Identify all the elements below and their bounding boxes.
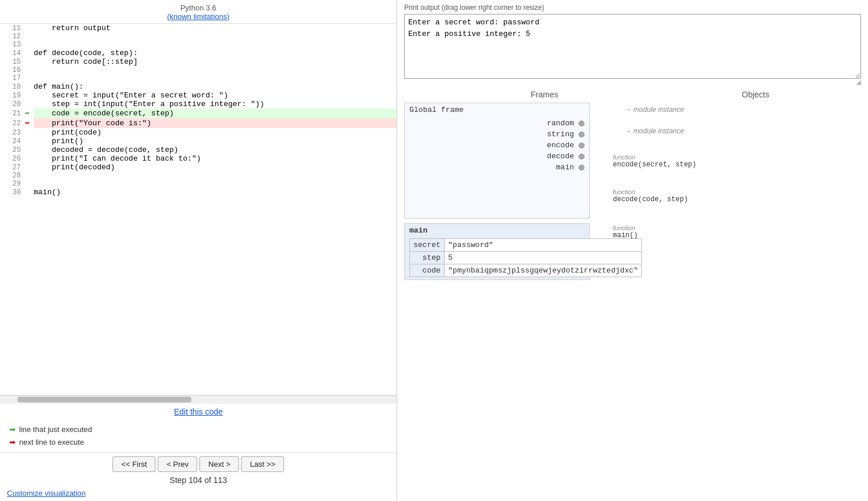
line-arrow bbox=[21, 172, 34, 180]
line-number: 21 bbox=[0, 108, 21, 118]
obj-module-instance-1: → module instance bbox=[624, 106, 684, 114]
line-arrow bbox=[21, 49, 34, 57]
frames-objects-header: Frames Objects bbox=[404, 90, 861, 99]
line-number: 16 bbox=[0, 66, 21, 74]
line-arrow bbox=[21, 128, 34, 137]
legend-green: ➡ line that just executed bbox=[9, 423, 387, 436]
line-arrow bbox=[21, 154, 34, 163]
nav-buttons: << First < Prev Next > Last >> bbox=[112, 456, 284, 472]
line-number: 27 bbox=[0, 163, 21, 172]
line-number: 12 bbox=[0, 32, 21, 41]
frame-var-dot bbox=[579, 121, 584, 126]
code-table: 11 return output121314def decode(code, s… bbox=[0, 24, 397, 197]
objects-header-label: Objects bbox=[742, 90, 769, 99]
frames-header-label: Frames bbox=[531, 90, 558, 99]
line-arrow bbox=[21, 100, 34, 108]
code-line-text: return output bbox=[34, 24, 397, 32]
first-button[interactable]: << First bbox=[112, 456, 155, 472]
code-line-text bbox=[34, 41, 397, 49]
line-arrow bbox=[21, 180, 34, 188]
frame-var-name: random bbox=[542, 119, 576, 128]
frame-var-dot bbox=[579, 154, 584, 159]
global-frame-var-row: main bbox=[409, 163, 584, 172]
line-number: 23 bbox=[0, 128, 21, 137]
frame-var-name: decode bbox=[542, 152, 576, 161]
line-number: 25 bbox=[0, 146, 21, 154]
line-number: 19 bbox=[0, 91, 21, 100]
global-frame-title: Global frame bbox=[409, 106, 584, 114]
line-number: 14 bbox=[0, 49, 21, 57]
legend-red-label: next line to execute bbox=[19, 436, 84, 449]
right-panel: Print output (drag lower right corner to… bbox=[397, 0, 868, 501]
edit-link-area: Edit this code bbox=[0, 403, 397, 420]
code-line-text: def main(): bbox=[34, 82, 397, 91]
horizontal-scrollbar[interactable] bbox=[0, 395, 397, 403]
obj-function-encode: function encode(secret, step) bbox=[613, 154, 696, 169]
code-area: 11 return output121314def decode(code, s… bbox=[0, 24, 397, 395]
global-frame-var-row: encode bbox=[409, 141, 584, 150]
line-arrow bbox=[21, 163, 34, 172]
code-line-text bbox=[34, 74, 397, 82]
output-box[interactable] bbox=[404, 14, 861, 79]
obj-function-decode: function decode(code, step) bbox=[613, 188, 688, 204]
hscroll-thumb[interactable] bbox=[17, 397, 191, 402]
edit-this-code-link[interactable]: Edit this code bbox=[174, 407, 223, 416]
red-arrow-icon: ➡ bbox=[25, 119, 30, 128]
code-line-text: print("I can decode it back to:") bbox=[34, 154, 397, 163]
code-line-text bbox=[34, 32, 397, 41]
frame-var-dot bbox=[579, 143, 584, 148]
line-number: 22 bbox=[0, 118, 21, 128]
frame-var-name: main bbox=[542, 163, 576, 172]
prev-button[interactable]: < Prev bbox=[158, 456, 197, 472]
code-line-text: step = int(input("Enter a positive integ… bbox=[34, 100, 397, 108]
code-line-text: decoded = decode(code, step) bbox=[34, 146, 397, 154]
legend-red: ➡ next line to execute bbox=[9, 436, 387, 449]
frame-var-name: encode bbox=[542, 141, 576, 150]
global-frame-var-row: decode bbox=[409, 152, 584, 161]
global-frame-var-row: random bbox=[409, 119, 584, 128]
line-arrow bbox=[21, 137, 34, 146]
local-var-name: secret bbox=[410, 239, 445, 252]
frame-var-dot bbox=[579, 132, 584, 137]
code-line-text: print(code) bbox=[34, 128, 397, 137]
line-arrow bbox=[21, 91, 34, 100]
local-frame-box: main secret "password" step 5 code "pmyn… bbox=[404, 223, 590, 280]
code-line-text: code = encode(secret, step) bbox=[34, 108, 397, 118]
line-number: 13 bbox=[0, 41, 21, 49]
code-line-text bbox=[34, 180, 397, 188]
code-line-text: return code[::step] bbox=[34, 57, 397, 66]
known-limitations-link[interactable]: (known limitations) bbox=[167, 12, 230, 21]
frames-column: Global frame random string encode decode… bbox=[404, 103, 590, 496]
code-line-text: def decode(code, step): bbox=[34, 49, 397, 57]
line-number: 20 bbox=[0, 100, 21, 108]
local-frame-title: main bbox=[409, 226, 584, 235]
next-button[interactable]: Next > bbox=[199, 456, 239, 472]
local-var-name: step bbox=[410, 252, 445, 264]
customize-visualization-link[interactable]: Customize visualization bbox=[7, 489, 86, 498]
legend-area: ➡ line that just executed ➡ next line to… bbox=[0, 420, 397, 452]
code-line-text bbox=[34, 66, 397, 74]
line-number: 18 bbox=[0, 82, 21, 91]
line-arrow bbox=[21, 41, 34, 49]
global-frame-var-row: string bbox=[409, 130, 584, 139]
line-arrow bbox=[21, 66, 34, 74]
line-arrow bbox=[21, 82, 34, 91]
customize-link-area: Customize visualization bbox=[0, 487, 86, 501]
code-line-text bbox=[34, 172, 397, 180]
python-version: Python 3.6 bbox=[180, 3, 216, 12]
line-arrow bbox=[21, 74, 34, 82]
output-label: Print output (drag lower right corner to… bbox=[404, 3, 861, 12]
local-var-name: code bbox=[410, 264, 445, 277]
visualization-area: Global frame random string encode decode… bbox=[404, 103, 861, 496]
line-arrow: ➡ bbox=[21, 108, 34, 118]
obj-function-main: function main() bbox=[613, 224, 638, 239]
resize-hint: ◢ bbox=[404, 79, 861, 85]
frame-var-dot bbox=[579, 165, 584, 170]
line-number: 30 bbox=[0, 188, 21, 197]
line-number: 15 bbox=[0, 57, 21, 66]
line-number: 24 bbox=[0, 137, 21, 146]
code-line-text: print("Your code is:") bbox=[34, 118, 397, 128]
line-number: 29 bbox=[0, 180, 21, 188]
python-header: Python 3.6 (known limitations) bbox=[0, 0, 397, 24]
last-button[interactable]: Last >> bbox=[241, 456, 284, 472]
